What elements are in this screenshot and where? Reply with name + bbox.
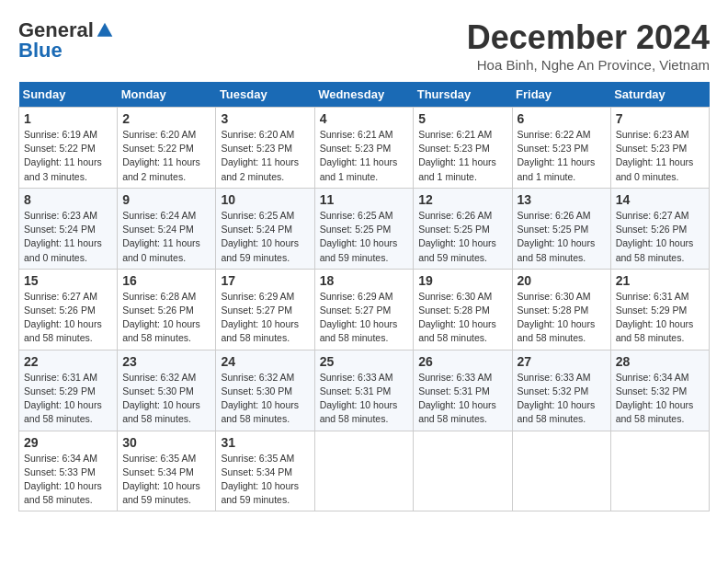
day-info: Sunrise: 6:28 AMSunset: 5:26 PMDaylight:… [122,290,210,346]
logo-blue-text: Blue [18,39,63,63]
calendar-day-cell: 28Sunrise: 6:34 AMSunset: 5:32 PMDayligh… [610,350,709,431]
calendar-day-cell: 11Sunrise: 6:25 AMSunset: 5:25 PMDayligh… [314,188,414,269]
day-info: Sunrise: 6:30 AMSunset: 5:28 PMDaylight:… [418,290,506,346]
day-info: Sunrise: 6:33 AMSunset: 5:31 PMDaylight:… [320,371,409,427]
calendar-day-cell: 20Sunrise: 6:30 AMSunset: 5:28 PMDayligh… [512,269,610,350]
calendar-day-cell: 30Sunrise: 6:35 AMSunset: 5:34 PMDayligh… [118,431,216,511]
logo-icon [96,21,114,40]
day-info: Sunrise: 6:19 AMSunset: 5:22 PMDaylight:… [24,128,112,184]
day-number: 9 [122,192,210,207]
calendar-week-row: 1Sunrise: 6:19 AMSunset: 5:22 PMDaylight… [19,108,710,189]
calendar-day-cell: 13Sunrise: 6:26 AMSunset: 5:25 PMDayligh… [512,188,610,269]
day-info: Sunrise: 6:29 AMSunset: 5:27 PMDaylight:… [320,290,409,346]
day-info: Sunrise: 6:21 AMSunset: 5:23 PMDaylight:… [320,128,409,184]
calendar-day-cell: 15Sunrise: 6:27 AMSunset: 5:26 PMDayligh… [19,269,118,350]
day-info: Sunrise: 6:25 AMSunset: 5:24 PMDaylight:… [221,209,309,265]
day-number: 15 [24,273,112,288]
day-number: 27 [518,354,606,369]
calendar-day-cell: 16Sunrise: 6:28 AMSunset: 5:26 PMDayligh… [118,269,216,350]
day-number: 4 [320,111,409,126]
day-number: 8 [24,192,112,207]
calendar-day-cell: 7Sunrise: 6:23 AMSunset: 5:23 PMDaylight… [610,108,709,189]
day-number: 23 [122,354,210,369]
day-number: 20 [518,273,606,288]
day-info: Sunrise: 6:29 AMSunset: 5:27 PMDaylight:… [221,290,309,346]
calendar-day-cell: 19Sunrise: 6:30 AMSunset: 5:28 PMDayligh… [414,269,512,350]
calendar-day-cell: 22Sunrise: 6:31 AMSunset: 5:29 PMDayligh… [19,350,118,431]
empty-cell [610,431,709,511]
day-number: 17 [221,273,309,288]
calendar-header-tuesday: Tuesday [216,82,314,108]
calendar-day-cell: 31Sunrise: 6:35 AMSunset: 5:34 PMDayligh… [216,431,314,511]
day-number: 10 [221,192,309,207]
calendar-day-cell: 26Sunrise: 6:33 AMSunset: 5:31 PMDayligh… [414,350,512,431]
day-number: 5 [418,111,506,126]
day-info: Sunrise: 6:27 AMSunset: 5:26 PMDaylight:… [24,290,112,346]
day-info: Sunrise: 6:20 AMSunset: 5:23 PMDaylight:… [221,128,309,184]
day-info: Sunrise: 6:32 AMSunset: 5:30 PMDaylight:… [221,371,309,427]
day-number: 22 [24,354,112,369]
day-number: 11 [320,192,409,207]
calendar-header-row: SundayMondayTuesdayWednesdayThursdayFrid… [19,82,710,108]
day-number: 1 [24,111,112,126]
day-info: Sunrise: 6:34 AMSunset: 5:32 PMDaylight:… [616,371,704,427]
day-number: 19 [418,273,506,288]
day-number: 25 [320,354,409,369]
calendar-header-monday: Monday [118,82,216,108]
day-info: Sunrise: 6:26 AMSunset: 5:25 PMDaylight:… [518,209,606,265]
calendar-day-cell: 5Sunrise: 6:21 AMSunset: 5:23 PMDaylight… [414,108,512,189]
calendar-day-cell: 8Sunrise: 6:23 AMSunset: 5:24 PMDaylight… [19,188,118,269]
month-title: December 2024 [467,18,710,57]
calendar-day-cell: 9Sunrise: 6:24 AMSunset: 5:24 PMDaylight… [118,188,216,269]
empty-cell [314,431,414,511]
calendar-header-thursday: Thursday [414,82,512,108]
day-info: Sunrise: 6:25 AMSunset: 5:25 PMDaylight:… [320,209,409,265]
calendar-day-cell: 17Sunrise: 6:29 AMSunset: 5:27 PMDayligh… [216,269,314,350]
day-number: 7 [616,111,704,126]
day-info: Sunrise: 6:23 AMSunset: 5:23 PMDaylight:… [616,128,704,184]
day-info: Sunrise: 6:24 AMSunset: 5:24 PMDaylight:… [122,209,210,265]
calendar-day-cell: 27Sunrise: 6:33 AMSunset: 5:32 PMDayligh… [512,350,610,431]
day-number: 18 [320,273,409,288]
day-number: 21 [616,273,704,288]
day-number: 12 [418,192,506,207]
day-number: 14 [616,192,704,207]
day-info: Sunrise: 6:21 AMSunset: 5:23 PMDaylight:… [418,128,506,184]
calendar-day-cell: 6Sunrise: 6:22 AMSunset: 5:23 PMDaylight… [512,108,610,189]
day-number: 24 [221,354,309,369]
calendar-day-cell: 2Sunrise: 6:20 AMSunset: 5:22 PMDaylight… [118,108,216,189]
calendar-header-saturday: Saturday [610,82,709,108]
day-number: 31 [221,435,309,450]
day-number: 16 [122,273,210,288]
day-info: Sunrise: 6:20 AMSunset: 5:22 PMDaylight:… [122,128,210,184]
day-number: 29 [24,435,112,450]
day-number: 28 [616,354,704,369]
calendar-day-cell: 1Sunrise: 6:19 AMSunset: 5:22 PMDaylight… [19,108,118,189]
day-info: Sunrise: 6:26 AMSunset: 5:25 PMDaylight:… [418,209,506,265]
calendar-header-sunday: Sunday [19,82,118,108]
calendar-day-cell: 24Sunrise: 6:32 AMSunset: 5:30 PMDayligh… [216,350,314,431]
day-info: Sunrise: 6:27 AMSunset: 5:26 PMDaylight:… [616,209,704,265]
location: Hoa Binh, Nghe An Province, Vietnam [467,57,710,73]
day-number: 2 [122,111,210,126]
calendar-day-cell: 10Sunrise: 6:25 AMSunset: 5:24 PMDayligh… [216,188,314,269]
calendar-week-row: 8Sunrise: 6:23 AMSunset: 5:24 PMDaylight… [19,188,710,269]
day-info: Sunrise: 6:22 AMSunset: 5:23 PMDaylight:… [518,128,606,184]
calendar-day-cell: 4Sunrise: 6:21 AMSunset: 5:23 PMDaylight… [314,108,414,189]
day-info: Sunrise: 6:30 AMSunset: 5:28 PMDaylight:… [518,290,606,346]
calendar-table: SundayMondayTuesdayWednesdayThursdayFrid… [18,82,710,511]
page-header: General Blue December 2024 Hoa Binh, Ngh… [18,18,710,73]
calendar-day-cell: 12Sunrise: 6:26 AMSunset: 5:25 PMDayligh… [414,188,512,269]
calendar-day-cell: 18Sunrise: 6:29 AMSunset: 5:27 PMDayligh… [314,269,414,350]
day-info: Sunrise: 6:33 AMSunset: 5:31 PMDaylight:… [418,371,506,427]
day-info: Sunrise: 6:23 AMSunset: 5:24 PMDaylight:… [24,209,112,265]
logo: General Blue [18,18,114,63]
day-number: 13 [518,192,606,207]
day-info: Sunrise: 6:31 AMSunset: 5:29 PMDaylight:… [24,371,112,427]
day-info: Sunrise: 6:35 AMSunset: 5:34 PMDaylight:… [221,452,309,508]
calendar-day-cell: 23Sunrise: 6:32 AMSunset: 5:30 PMDayligh… [118,350,216,431]
day-number: 6 [518,111,606,126]
calendar-week-row: 22Sunrise: 6:31 AMSunset: 5:29 PMDayligh… [19,350,710,431]
empty-cell [512,431,610,511]
day-number: 30 [122,435,210,450]
